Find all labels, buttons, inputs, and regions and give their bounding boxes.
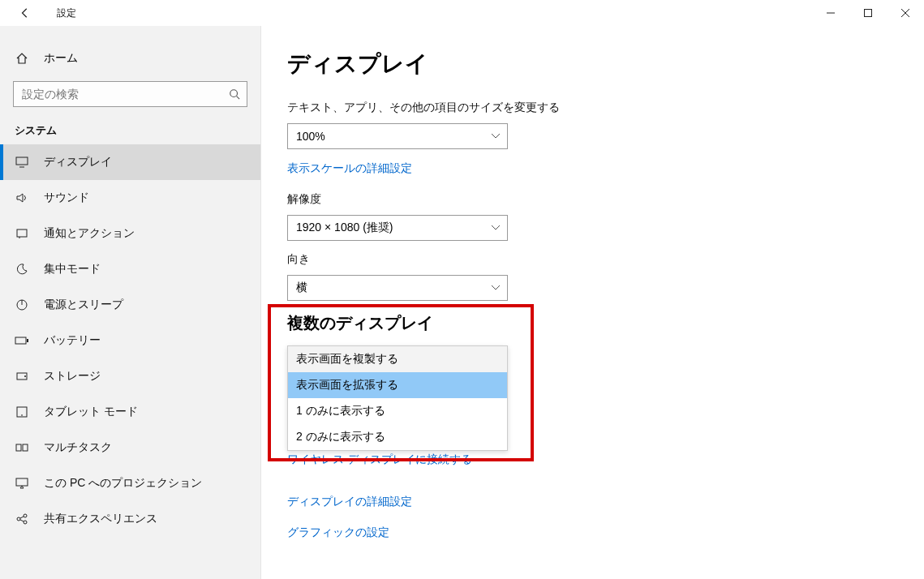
- svg-rect-11: [27, 339, 28, 342]
- svg-rect-6: [17, 229, 27, 237]
- sidebar-item-shared[interactable]: 共有エクスペリエンス: [0, 501, 260, 537]
- scale-combobox[interactable]: 100%: [287, 123, 508, 149]
- sidebar-item-storage[interactable]: ストレージ: [0, 358, 260, 394]
- display-icon: [15, 157, 29, 168]
- sidebar-item-projection[interactable]: この PC へのプロジェクション: [0, 465, 260, 501]
- graphics-settings-link[interactable]: グラフィックの設定: [287, 525, 924, 540]
- resolution-label: 解像度: [287, 192, 924, 207]
- window-controls: [812, 0, 924, 26]
- page-title: ディスプレイ: [287, 49, 924, 79]
- back-button[interactable]: [6, 0, 44, 26]
- svg-line-23: [20, 520, 24, 521]
- multi-option-only2[interactable]: 2 のみに表示する: [288, 424, 507, 450]
- share-icon: [15, 513, 29, 525]
- orientation-label: 向き: [287, 252, 924, 267]
- search-icon: [229, 88, 240, 100]
- title-bar: 設定: [0, 0, 924, 26]
- resolution-value: 1920 × 1080 (推奨): [296, 221, 393, 235]
- svg-line-22: [20, 517, 24, 518]
- storage-icon: [15, 371, 29, 382]
- sidebar-item-focus[interactable]: 集中モード: [0, 251, 260, 287]
- multi-display-dropdown[interactable]: 表示画面を複製する 表示画面を拡張する 1 のみに表示する 2 のみに表示する: [287, 345, 508, 451]
- svg-rect-1: [865, 10, 872, 17]
- wireless-display-link[interactable]: ワイヤレス ディスプレイに接続する: [287, 452, 472, 467]
- multi-option-duplicate[interactable]: 表示画面を複製する: [288, 346, 507, 372]
- maximize-button[interactable]: [849, 0, 887, 26]
- svg-rect-16: [16, 444, 21, 451]
- sidebar-nav: ディスプレイ サウンド 通知とアクション 集中モード 電源とスリープ バッテリー: [0, 144, 260, 537]
- svg-line-3: [237, 96, 240, 100]
- multi-option-only1[interactable]: 1 のみに表示する: [288, 398, 507, 424]
- advanced-display-link[interactable]: ディスプレイの詳細設定: [287, 495, 924, 509]
- close-button[interactable]: [887, 0, 924, 26]
- search-input[interactable]: [22, 88, 247, 101]
- focus-icon: [15, 263, 29, 276]
- svg-rect-10: [15, 337, 26, 344]
- battery-icon: [15, 336, 29, 345]
- tablet-icon: [15, 406, 29, 418]
- content-area: ディスプレイ テキスト、アプリ、その他の項目のサイズを変更する 100% 表示ス…: [261, 26, 924, 579]
- sidebar-item-battery[interactable]: バッテリー: [0, 323, 260, 358]
- svg-point-2: [230, 90, 238, 97]
- home-label: ホーム: [44, 51, 78, 66]
- svg-point-20: [24, 514, 27, 517]
- scale-label: テキスト、アプリ、その他の項目のサイズを変更する: [287, 101, 924, 115]
- svg-rect-17: [23, 444, 28, 451]
- advanced-scale-link[interactable]: 表示スケールの詳細設定: [287, 161, 412, 176]
- power-icon: [15, 298, 29, 311]
- svg-point-19: [17, 517, 20, 521]
- orientation-combobox[interactable]: 横: [287, 275, 508, 301]
- multi-option-extend[interactable]: 表示画面を拡張する: [288, 372, 507, 398]
- orientation-value: 横: [296, 281, 307, 295]
- projection-icon: [15, 478, 29, 489]
- window-title: 設定: [57, 6, 76, 20]
- sidebar-section-label: システム: [0, 107, 260, 144]
- notification-icon: [15, 228, 29, 239]
- sidebar: ホーム システム ディスプレイ サウンド 通知とアクション: [0, 26, 261, 579]
- svg-point-13: [24, 375, 26, 377]
- sound-icon: [15, 192, 29, 204]
- svg-point-21: [24, 521, 27, 524]
- sidebar-item-power[interactable]: 電源とスリープ: [0, 287, 260, 323]
- chevron-down-icon: [491, 133, 501, 139]
- minimize-button[interactable]: [812, 0, 849, 26]
- sidebar-item-display[interactable]: ディスプレイ: [0, 144, 260, 180]
- scale-value: 100%: [296, 130, 325, 143]
- sidebar-item-sound[interactable]: サウンド: [0, 180, 260, 216]
- multitask-icon: [15, 442, 29, 453]
- home-icon: [15, 52, 29, 65]
- sidebar-item-tablet[interactable]: タブレット モード: [0, 394, 260, 430]
- svg-rect-4: [16, 157, 28, 165]
- svg-rect-18: [16, 478, 28, 486]
- chevron-down-icon: [491, 285, 501, 291]
- multi-display-heading: 複数のディスプレイ: [287, 312, 924, 334]
- chevron-down-icon: [491, 225, 501, 231]
- sidebar-item-notifications[interactable]: 通知とアクション: [0, 216, 260, 251]
- sidebar-item-multitask[interactable]: マルチタスク: [0, 430, 260, 465]
- resolution-combobox[interactable]: 1920 × 1080 (推奨): [287, 215, 508, 241]
- search-box[interactable]: [13, 81, 247, 107]
- home-nav[interactable]: ホーム: [0, 41, 260, 76]
